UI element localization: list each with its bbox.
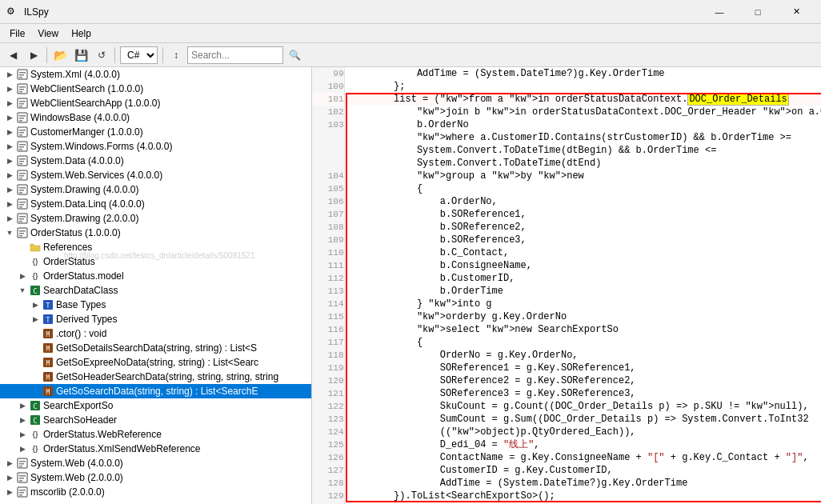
tree-label-t8: System.Web.Services (4.0.0.0): [30, 170, 162, 181]
tree-item-t12[interactable]: ▼OrderStatus (1.0.0.0): [0, 226, 311, 240]
line-number: 115: [312, 310, 344, 323]
svg-rect-26: [19, 161, 24, 162]
tree-item-t6[interactable]: ▶System.Windows.Forms (4.0.0.0): [0, 139, 311, 154]
tree-expand-t9[interactable]: ▶: [3, 183, 16, 196]
back-button[interactable]: ◀: [3, 46, 22, 65]
tree-item-t15[interactable]: ▶{}OrderStatus.model: [0, 269, 311, 283]
language-selector[interactable]: C# IL VB: [120, 46, 158, 64]
tree-expand-t6[interactable]: ▶: [3, 140, 16, 153]
tree-expand-t15[interactable]: ▶: [16, 270, 29, 282]
menu-view[interactable]: View: [31, 26, 65, 41]
code-line: ContactName = g.Key.ConsigneeName + "[" …: [345, 451, 822, 464]
tree-expand-t1[interactable]: ▶: [3, 68, 16, 81]
tree-expand-t23[interactable]: [29, 385, 42, 398]
tree-expand-t19[interactable]: [29, 327, 42, 340]
tree-expand-t27[interactable]: ▶: [16, 442, 29, 455]
menu-help[interactable]: Help: [65, 26, 98, 41]
tree-item-t30[interactable]: ▶mscorlib (2.0.0.0): [0, 485, 311, 499]
tree-item-t27[interactable]: ▶{}OrderStatus.XmlSendWebReference: [0, 442, 311, 456]
tree-item-t9[interactable]: ▶System.Drawing (4.0.0.0): [0, 182, 311, 197]
tree-item-t7[interactable]: ▶System.Data (4.0.0.0): [0, 154, 311, 168]
tree-icon-t29: [16, 471, 29, 484]
tree-expand-t28[interactable]: ▶: [3, 457, 16, 470]
search-input[interactable]: [187, 46, 283, 64]
line-number: 113: [312, 285, 344, 298]
tree-item-t10[interactable]: ▶System.Data.Linq (4.0.0.0): [0, 197, 311, 211]
code-row: 99 AddTime = (System.DateTime?)g.Key.Ord…: [312, 67, 821, 80]
tree-item-t4[interactable]: ▶WindowsBase (4.0.0.0): [0, 110, 311, 125]
tree-item-t8[interactable]: ▶System.Web.Services (4.0.0.0): [0, 168, 311, 182]
tree-expand-t5[interactable]: ▶: [3, 126, 16, 138]
sort-button[interactable]: ↕: [166, 46, 186, 65]
tree-item-t28[interactable]: ▶System.Web (4.0.0.0): [0, 456, 311, 470]
line-number: 123: [312, 413, 344, 426]
maximize-button[interactable]: □: [739, 0, 776, 24]
tree-expand-t7[interactable]: ▶: [3, 154, 16, 167]
tree-icon-t9: [16, 183, 29, 196]
tree-item-t29[interactable]: ▶System.Web (2.0.0.0): [0, 470, 311, 485]
tree-item-t18[interactable]: ▶TDerived Types: [0, 312, 311, 326]
line-number: 116: [312, 323, 344, 336]
svg-rect-79: [19, 494, 22, 496]
line-number: 117: [312, 336, 344, 349]
tree-item-t22[interactable]: MGetSoHeaderSearchData(string, string, s…: [0, 370, 311, 384]
tree-expand-t17[interactable]: ▶: [29, 298, 42, 311]
tree-expand-t20[interactable]: [29, 342, 42, 354]
search-button[interactable]: 🔍: [285, 46, 304, 65]
tree-item-t25[interactable]: ▶CSearchSoHeader: [0, 413, 311, 427]
tree-item-t2[interactable]: ▶WebClientSearch (1.0.0.0): [0, 82, 311, 96]
tree-item-t26[interactable]: ▶{}OrderStatus.WebReference: [0, 427, 311, 442]
code-line: }).ToList<SearchExportSo>();: [345, 490, 822, 502]
svg-rect-45: [19, 230, 26, 232]
tree-item-t24[interactable]: ▶CSearchExportSo: [0, 398, 311, 413]
save-button[interactable]: 💾: [71, 46, 90, 65]
tree-expand-t14[interactable]: [16, 255, 29, 268]
tree-expand-t26[interactable]: ▶: [16, 428, 29, 441]
minimize-button[interactable]: —: [701, 0, 738, 24]
forward-button[interactable]: ▶: [24, 46, 43, 65]
tree-expand-t16[interactable]: ▼: [16, 284, 29, 297]
tree-expand-t21[interactable]: [29, 356, 42, 369]
tree-expand-t10[interactable]: ▶: [3, 198, 16, 210]
tree-item-t14[interactable]: {}OrderStatus: [0, 254, 311, 269]
line-number: 128: [312, 477, 344, 490]
tree-expand-t8[interactable]: ▶: [3, 169, 16, 182]
tree-item-t19[interactable]: M.ctor() : void: [0, 326, 311, 341]
tree-expand-t25[interactable]: ▶: [16, 414, 29, 426]
menu-file[interactable]: File: [3, 26, 31, 41]
tree-item-t16[interactable]: ▼CSearchDataClass: [0, 283, 311, 298]
tree-expand-t4[interactable]: ▶: [3, 111, 16, 124]
tree-expand-t11[interactable]: ▶: [3, 212, 16, 225]
tree-expand-t13[interactable]: [16, 241, 29, 254]
tree-item-t1[interactable]: ▶System.Xml (4.0.0.0): [0, 67, 311, 82]
tree-item-t11[interactable]: ▶System.Drawing (2.0.0.0): [0, 211, 311, 226]
tree-icon-t19: M: [42, 327, 54, 340]
tree-label-t19: .ctor() : void: [56, 328, 106, 339]
tree-expand-t12[interactable]: ▼: [3, 226, 16, 239]
tree-item-t23[interactable]: MGetSoSearchData(string, string) : List<…: [0, 384, 311, 398]
tree-expand-t18[interactable]: ▶: [29, 313, 42, 326]
tree-item-t5[interactable]: ▶CustomerManger (1.0.0.0): [0, 125, 311, 139]
tree-expand-t30[interactable]: ▶: [3, 486, 16, 498]
code-line: b.SOReference1,: [345, 208, 822, 221]
code-panel: 99 AddTime = (System.DateTime?)g.Key.Ord…: [312, 67, 821, 504]
tree-item-t21[interactable]: MGetSoExpreeNoData(string, string) : Lis…: [0, 355, 311, 370]
refresh-button[interactable]: ↺: [92, 46, 111, 65]
tree-item-t20[interactable]: MGetSoDetailsSearchData(string, string) …: [0, 341, 311, 355]
tree-expand-t22[interactable]: [29, 370, 42, 383]
close-button[interactable]: ✕: [778, 0, 815, 24]
tree-item-t3[interactable]: ▶WebClientSearchApp (1.0.0.0): [0, 96, 311, 110]
svg-rect-38: [19, 204, 24, 206]
svg-rect-74: [19, 478, 24, 479]
code-area[interactable]: 99 AddTime = (System.DateTime?)g.Key.Ord…: [312, 67, 821, 504]
code-row: 111 b.ConsigneeName,: [312, 259, 821, 272]
tree-expand-t24[interactable]: ▶: [16, 399, 29, 412]
tree-expand-t29[interactable]: ▶: [3, 471, 16, 484]
tree-item-t13[interactable]: References: [0, 240, 311, 254]
tree-expand-t2[interactable]: ▶: [3, 82, 16, 95]
tree-label-t16: SearchDataClass: [43, 285, 118, 296]
tree-item-t17[interactable]: ▶TBase Types: [0, 298, 311, 312]
svg-text:M: M: [46, 331, 50, 338]
open-button[interactable]: 📂: [50, 46, 70, 65]
tree-expand-t3[interactable]: ▶: [3, 97, 16, 110]
